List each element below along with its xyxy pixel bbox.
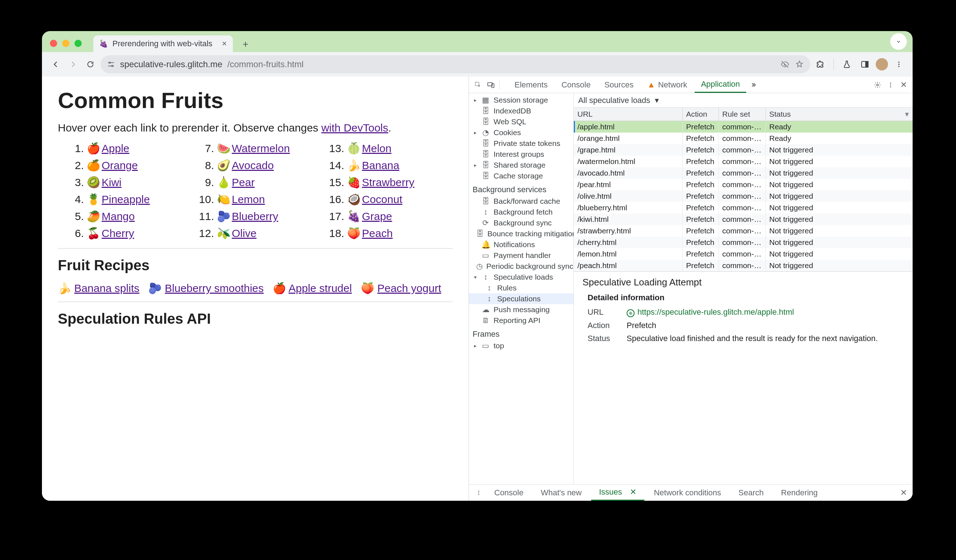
table-row[interactable]: /kiwi.htmlPrefetchcommon-…Not triggered xyxy=(574,213,913,225)
extensions-button[interactable] xyxy=(813,57,828,72)
nav-notifications[interactable]: 🔔Notifications xyxy=(469,239,574,250)
drawer-tab-console[interactable]: Console xyxy=(486,485,531,501)
nav-bg-fetch[interactable]: ↕Background fetch xyxy=(469,207,574,218)
more-tabs-button[interactable] xyxy=(747,82,759,88)
nav-cache-storage[interactable]: 🗄Cache storage xyxy=(469,171,574,181)
tab-elements[interactable]: Elements xyxy=(508,77,554,93)
fruit-link[interactable]: Lemon xyxy=(232,193,265,205)
fruit-link[interactable]: Strawberry xyxy=(362,176,414,188)
table-row[interactable]: /apple.htmlPrefetchcommon-…Ready xyxy=(574,121,913,133)
recipe-link[interactable]: Apple strudel xyxy=(289,282,352,294)
drawer-menu-button[interactable] xyxy=(473,490,485,496)
devtools-menu-button[interactable] xyxy=(884,82,897,88)
nav-push[interactable]: ☁Push messaging xyxy=(469,304,574,315)
col-status[interactable]: Status▾ xyxy=(766,108,913,121)
nav-bounce[interactable]: 🗄Bounce tracking mitigation xyxy=(469,228,574,239)
nav-bf-cache[interactable]: 🗄Back/forward cache xyxy=(469,196,574,207)
col-url[interactable]: URL xyxy=(574,108,682,121)
nav-frame-top[interactable]: ▸▭top xyxy=(469,340,574,351)
table-row[interactable]: /cherry.htmlPrefetchcommon-…Not triggere… xyxy=(574,237,913,248)
nav-speculative-loads[interactable]: ▾↕Speculative loads xyxy=(469,272,574,282)
nav-reporting-api[interactable]: 🗎Reporting API xyxy=(469,315,574,326)
nav-periodic-bg-sync[interactable]: ◷Periodic background sync xyxy=(469,261,574,272)
nav-interest-groups[interactable]: 🗄Interest groups xyxy=(469,149,574,160)
recipe-link[interactable]: Blueberry smoothies xyxy=(165,282,264,294)
fruit-link[interactable]: Orange xyxy=(102,159,138,171)
window-zoom[interactable] xyxy=(74,40,82,47)
table-row[interactable]: /grape.htmlPrefetchcommon-…Not triggered xyxy=(574,144,913,156)
profile-avatar[interactable] xyxy=(876,58,888,71)
fruit-link[interactable]: Cherry xyxy=(102,227,134,239)
fruit-link[interactable]: Banana xyxy=(362,159,399,171)
fruit-link[interactable]: Peach xyxy=(362,227,393,239)
forward-button[interactable] xyxy=(66,57,80,72)
nav-session-storage[interactable]: ▸▦Session storage xyxy=(469,95,574,105)
devtools-close-button[interactable]: ✕ xyxy=(898,80,910,89)
window-close[interactable] xyxy=(50,40,57,47)
drawer-tab-whats-new[interactable]: What's new xyxy=(533,485,590,501)
fruit-link[interactable]: Pear xyxy=(232,176,255,188)
window-minimize[interactable] xyxy=(62,40,69,47)
table-row[interactable]: /orange.htmlPrefetchcommon-…Ready xyxy=(574,133,913,144)
site-settings-icon[interactable] xyxy=(107,60,115,68)
tab-overflow-button[interactable] xyxy=(890,33,907,50)
col-ruleset[interactable]: Rule set xyxy=(719,108,766,121)
nav-rules[interactable]: ↕Rules xyxy=(469,282,574,293)
table-row[interactable]: /strawberry.htmlPrefetchcommon-…Not trig… xyxy=(574,225,913,237)
drawer-tab-network-conditions[interactable]: Network conditions xyxy=(646,485,729,501)
fruit-link[interactable]: Avocado xyxy=(232,159,274,171)
new-tab-button[interactable]: ＋ xyxy=(239,37,252,50)
back-button[interactable] xyxy=(49,57,63,72)
device-toggle-button[interactable] xyxy=(485,81,497,89)
col-action[interactable]: Action xyxy=(682,108,719,121)
nav-shared-storage[interactable]: ▸🗄Shared storage xyxy=(469,160,574,171)
fruit-link[interactable]: Apple xyxy=(102,142,129,154)
close-icon[interactable]: ✕ xyxy=(630,487,636,497)
recipe-link[interactable]: Peach yogurt xyxy=(377,282,441,294)
fruit-link[interactable]: Kiwi xyxy=(102,176,121,188)
drawer-tab-search[interactable]: Search xyxy=(730,485,772,501)
tab-network[interactable]: ▲Network xyxy=(641,77,693,93)
fruit-link[interactable]: Melon xyxy=(362,142,392,154)
tab-sources[interactable]: Sources xyxy=(598,77,640,93)
detail-url[interactable]: ⊕https://speculative-rules.glitch.me/app… xyxy=(627,307,904,317)
tab-application[interactable]: Application xyxy=(695,77,747,93)
inspect-button[interactable] xyxy=(472,81,484,88)
nav-private-state-tokens[interactable]: 🗄Private state tokens xyxy=(469,138,574,149)
nav-payment-handler[interactable]: ▭Payment handler xyxy=(469,250,574,261)
devtools-link[interactable]: with DevTools xyxy=(321,122,388,134)
table-row[interactable]: /avocado.htmlPrefetchcommon-…Not trigger… xyxy=(574,167,913,179)
fruit-link[interactable]: Pineapple xyxy=(102,193,150,205)
bookmark-star-icon[interactable] xyxy=(795,60,804,69)
recipe-link[interactable]: Banana splits xyxy=(74,282,139,294)
drawer-tab-issues[interactable]: Issues ✕ xyxy=(591,485,645,501)
fruit-link[interactable]: Watermelon xyxy=(232,142,290,154)
table-row[interactable]: /peach.htmlPrefetchcommon-…Not triggered xyxy=(574,260,913,271)
side-panel-button[interactable] xyxy=(858,57,872,72)
table-row[interactable]: /watermelon.htmlPrefetchcommon-…Not trig… xyxy=(574,156,913,167)
speculative-filter[interactable]: All speculative loads ▾ xyxy=(574,93,913,108)
devtools-settings-button[interactable] xyxy=(871,81,884,88)
reload-button[interactable] xyxy=(83,57,97,72)
fruit-link[interactable]: Grape xyxy=(362,210,392,222)
fruit-link[interactable]: Olive xyxy=(232,227,256,239)
omnibox[interactable]: speculative-rules.glitch.me/common-fruit… xyxy=(101,55,810,73)
eye-off-icon[interactable] xyxy=(781,60,789,69)
fruit-link[interactable]: Blueberry xyxy=(232,210,278,222)
drawer-tab-rendering[interactable]: Rendering xyxy=(773,485,826,501)
tab-console[interactable]: Console xyxy=(555,77,598,93)
nav-indexeddb[interactable]: 🗄IndexedDB xyxy=(469,105,574,116)
fruit-link[interactable]: Coconut xyxy=(362,193,403,205)
table-row[interactable]: /lemon.htmlPrefetchcommon-…Not triggered xyxy=(574,248,913,260)
fruit-link[interactable]: Mango xyxy=(102,210,135,222)
table-row[interactable]: /pear.htmlPrefetchcommon-…Not triggered xyxy=(574,179,913,190)
tab-close-icon[interactable]: ✕ xyxy=(222,40,227,48)
browser-tab[interactable]: 🍇 Prerendering with web-vitals ✕ xyxy=(93,35,233,52)
nav-bg-sync[interactable]: ⟳Background sync xyxy=(469,218,574,228)
nav-speculations[interactable]: ↕Speculations xyxy=(469,293,574,304)
chrome-menu-button[interactable] xyxy=(892,57,906,72)
table-row[interactable]: /blueberry.htmlPrefetchcommon-…Not trigg… xyxy=(574,202,913,213)
labs-button[interactable] xyxy=(840,57,854,72)
nav-cookies[interactable]: ▸◔Cookies xyxy=(469,127,574,138)
drawer-close-button[interactable]: ✕ xyxy=(898,488,909,497)
